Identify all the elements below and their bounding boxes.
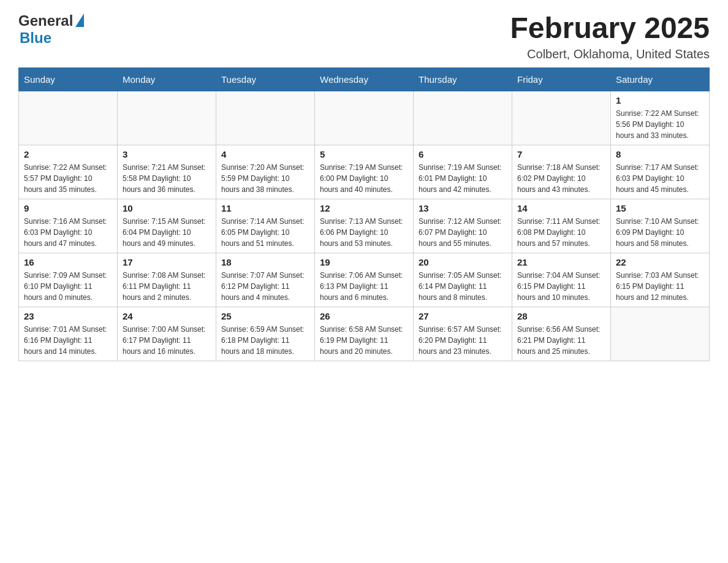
day-info: Sunrise: 7:13 AM Sunset: 6:06 PM Dayligh… — [320, 216, 408, 249]
calendar-table: SundayMondayTuesdayWednesdayThursdayFrid… — [18, 67, 710, 361]
day-info: Sunrise: 7:22 AM Sunset: 5:57 PM Dayligh… — [24, 162, 112, 195]
day-info: Sunrise: 7:05 AM Sunset: 6:14 PM Dayligh… — [419, 270, 507, 303]
day-number: 25 — [221, 311, 309, 321]
calendar-cell: 4Sunrise: 7:20 AM Sunset: 5:59 PM Daylig… — [216, 145, 315, 199]
day-info: Sunrise: 7:22 AM Sunset: 5:56 PM Dayligh… — [616, 108, 704, 141]
calendar-week-row: 1Sunrise: 7:22 AM Sunset: 5:56 PM Daylig… — [19, 91, 710, 145]
calendar-cell: 26Sunrise: 6:58 AM Sunset: 6:19 PM Dayli… — [315, 307, 414, 361]
calendar-header-wednesday: Wednesday — [315, 67, 414, 91]
day-info: Sunrise: 7:09 AM Sunset: 6:10 PM Dayligh… — [24, 270, 112, 303]
day-info: Sunrise: 6:59 AM Sunset: 6:18 PM Dayligh… — [221, 324, 309, 357]
day-info: Sunrise: 6:57 AM Sunset: 6:20 PM Dayligh… — [419, 324, 507, 357]
calendar-cell: 9Sunrise: 7:16 AM Sunset: 6:03 PM Daylig… — [19, 199, 118, 253]
calendar-cell: 16Sunrise: 7:09 AM Sunset: 6:10 PM Dayli… — [19, 253, 118, 307]
calendar-cell: 15Sunrise: 7:10 AM Sunset: 6:09 PM Dayli… — [611, 199, 710, 253]
calendar-cell: 1Sunrise: 7:22 AM Sunset: 5:56 PM Daylig… — [611, 91, 710, 145]
day-number: 4 — [221, 149, 309, 159]
month-title: February 2025 — [510, 12, 710, 45]
calendar-cell: 10Sunrise: 7:15 AM Sunset: 6:04 PM Dayli… — [118, 199, 216, 253]
day-number: 6 — [419, 149, 507, 159]
day-number: 2 — [24, 149, 112, 159]
calendar-header-saturday: Saturday — [611, 67, 710, 91]
calendar-cell: 5Sunrise: 7:19 AM Sunset: 6:00 PM Daylig… — [315, 145, 414, 199]
title-section: February 2025 Colbert, Oklahoma, United … — [510, 12, 710, 61]
calendar-cell: 12Sunrise: 7:13 AM Sunset: 6:06 PM Dayli… — [315, 199, 414, 253]
calendar-header-thursday: Thursday — [414, 67, 512, 91]
day-info: Sunrise: 7:19 AM Sunset: 6:00 PM Dayligh… — [320, 162, 408, 195]
day-number: 12 — [320, 203, 408, 213]
day-info: Sunrise: 7:19 AM Sunset: 6:01 PM Dayligh… — [419, 162, 507, 195]
calendar-cell: 8Sunrise: 7:17 AM Sunset: 6:03 PM Daylig… — [611, 145, 710, 199]
day-number: 10 — [123, 203, 211, 213]
day-info: Sunrise: 6:56 AM Sunset: 6:21 PM Dayligh… — [517, 324, 605, 357]
day-number: 1 — [616, 95, 704, 105]
logo-blue-text: Blue — [20, 29, 51, 47]
day-info: Sunrise: 7:04 AM Sunset: 6:15 PM Dayligh… — [517, 270, 605, 303]
calendar-header-friday: Friday — [512, 67, 611, 91]
day-number: 22 — [616, 257, 704, 267]
day-info: Sunrise: 7:07 AM Sunset: 6:12 PM Dayligh… — [221, 270, 309, 303]
calendar-cell: 2Sunrise: 7:22 AM Sunset: 5:57 PM Daylig… — [19, 145, 118, 199]
calendar-header-sunday: Sunday — [19, 67, 118, 91]
logo: General Blue — [18, 12, 84, 47]
day-info: Sunrise: 7:01 AM Sunset: 6:16 PM Dayligh… — [24, 324, 112, 357]
calendar-cell — [414, 91, 512, 145]
calendar-cell: 21Sunrise: 7:04 AM Sunset: 6:15 PM Dayli… — [512, 253, 611, 307]
day-number: 9 — [24, 203, 112, 213]
day-number: 11 — [221, 203, 309, 213]
day-number: 16 — [24, 257, 112, 267]
day-number: 8 — [616, 149, 704, 159]
logo-triangle-icon — [75, 13, 84, 27]
day-number: 27 — [419, 311, 507, 321]
day-info: Sunrise: 7:10 AM Sunset: 6:09 PM Dayligh… — [616, 216, 704, 249]
day-info: Sunrise: 7:20 AM Sunset: 5:59 PM Dayligh… — [221, 162, 309, 195]
day-info: Sunrise: 7:08 AM Sunset: 6:11 PM Dayligh… — [123, 270, 211, 303]
day-number: 14 — [517, 203, 605, 213]
day-number: 26 — [320, 311, 408, 321]
day-number: 17 — [123, 257, 211, 267]
day-info: Sunrise: 7:16 AM Sunset: 6:03 PM Dayligh… — [24, 216, 112, 249]
calendar-week-row: 9Sunrise: 7:16 AM Sunset: 6:03 PM Daylig… — [19, 199, 710, 253]
day-info: Sunrise: 7:17 AM Sunset: 6:03 PM Dayligh… — [616, 162, 704, 195]
day-info: Sunrise: 7:15 AM Sunset: 6:04 PM Dayligh… — [123, 216, 211, 249]
day-info: Sunrise: 7:14 AM Sunset: 6:05 PM Dayligh… — [221, 216, 309, 249]
calendar-cell — [315, 91, 414, 145]
day-number: 20 — [419, 257, 507, 267]
calendar-cell: 11Sunrise: 7:14 AM Sunset: 6:05 PM Dayli… — [216, 199, 315, 253]
day-number: 19 — [320, 257, 408, 267]
calendar-cell: 6Sunrise: 7:19 AM Sunset: 6:01 PM Daylig… — [414, 145, 512, 199]
day-number: 28 — [517, 311, 605, 321]
day-info: Sunrise: 7:21 AM Sunset: 5:58 PM Dayligh… — [123, 162, 211, 195]
day-info: Sunrise: 7:12 AM Sunset: 6:07 PM Dayligh… — [419, 216, 507, 249]
calendar-cell: 27Sunrise: 6:57 AM Sunset: 6:20 PM Dayli… — [414, 307, 512, 361]
page-header: General Blue February 2025 Colbert, Okla… — [18, 12, 710, 61]
day-number: 15 — [616, 203, 704, 213]
calendar-cell: 24Sunrise: 7:00 AM Sunset: 6:17 PM Dayli… — [118, 307, 216, 361]
calendar-cell: 18Sunrise: 7:07 AM Sunset: 6:12 PM Dayli… — [216, 253, 315, 307]
day-number: 13 — [419, 203, 507, 213]
calendar-cell: 23Sunrise: 7:01 AM Sunset: 6:16 PM Dayli… — [19, 307, 118, 361]
calendar-cell: 7Sunrise: 7:18 AM Sunset: 6:02 PM Daylig… — [512, 145, 611, 199]
day-number: 5 — [320, 149, 408, 159]
calendar-header-monday: Monday — [118, 67, 216, 91]
calendar-cell — [19, 91, 118, 145]
calendar-cell — [512, 91, 611, 145]
calendar-cell: 17Sunrise: 7:08 AM Sunset: 6:11 PM Dayli… — [118, 253, 216, 307]
calendar-header-tuesday: Tuesday — [216, 67, 315, 91]
calendar-cell: 28Sunrise: 6:56 AM Sunset: 6:21 PM Dayli… — [512, 307, 611, 361]
day-number: 23 — [24, 311, 112, 321]
calendar-cell — [216, 91, 315, 145]
calendar-week-row: 23Sunrise: 7:01 AM Sunset: 6:16 PM Dayli… — [19, 307, 710, 361]
day-number: 21 — [517, 257, 605, 267]
calendar-cell — [611, 307, 710, 361]
calendar-cell — [118, 91, 216, 145]
logo-general-text: General — [18, 12, 73, 29]
calendar-cell: 22Sunrise: 7:03 AM Sunset: 6:15 PM Dayli… — [611, 253, 710, 307]
calendar-cell: 19Sunrise: 7:06 AM Sunset: 6:13 PM Dayli… — [315, 253, 414, 307]
calendar-cell: 14Sunrise: 7:11 AM Sunset: 6:08 PM Dayli… — [512, 199, 611, 253]
day-info: Sunrise: 7:06 AM Sunset: 6:13 PM Dayligh… — [320, 270, 408, 303]
location-subtitle: Colbert, Oklahoma, United States — [510, 47, 710, 61]
calendar-cell: 13Sunrise: 7:12 AM Sunset: 6:07 PM Dayli… — [414, 199, 512, 253]
calendar-week-row: 2Sunrise: 7:22 AM Sunset: 5:57 PM Daylig… — [19, 145, 710, 199]
day-number: 7 — [517, 149, 605, 159]
